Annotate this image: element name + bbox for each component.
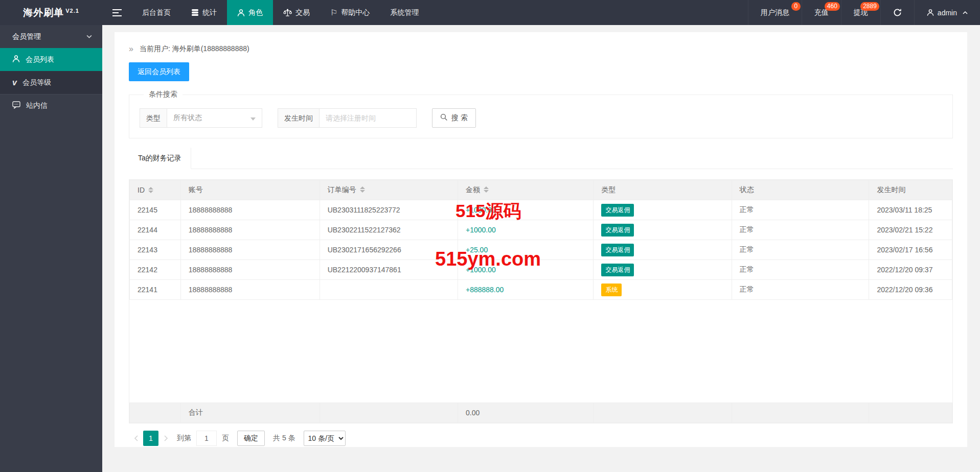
current-user-text: 当前用户: 海外刷单(18888888888) [140,44,249,54]
sidebar-item-member-list-label: 会员列表 [26,55,54,64]
table-header-row: ID 账号 订单编号 金额 类型 状态 发生时间 [130,180,952,200]
sort-icon[interactable] [484,186,489,193]
navbar-right: 用户消息 0 充值 460 提现 2889 admin [748,0,980,25]
admin-menu[interactable]: admin [914,0,980,25]
top-navbar: 海外刷单 V2.1 后台首页 统计 角色 交易 [0,0,980,25]
cell-id: 22145 [130,200,181,220]
search-form-row: 类型 所有状态 发生时间 搜 索 [140,108,942,128]
next-page-button[interactable] [158,431,173,446]
nav-item-trades[interactable]: 交易 [273,0,320,25]
nav-item-home[interactable]: 后台首页 [132,0,181,25]
sidebar-item-member-list[interactable]: 会员列表 [0,48,102,71]
app-logo: 海外刷单 V2.1 [0,0,102,25]
nav-item-user-messages[interactable]: 用户消息 0 [748,0,802,25]
cell-status: 正常 [732,220,869,240]
cell-order: UB2303111825223772 [320,200,458,220]
column-header-amount[interactable]: 金额 [458,180,593,200]
confirm-page-button[interactable]: 确定 [237,431,265,446]
table-row: 22141 18888888888 +888888.00 系统 正常 2022/… [130,280,952,300]
chevron-down-icon [86,33,92,41]
goto-page-input[interactable] [196,431,217,446]
nav-item-roles-label: 角色 [248,8,263,17]
type-badge: 交易返佣 [601,204,634,217]
nav-item-user-messages-label: 用户消息 [761,8,789,17]
type-select[interactable]: 所有状态 [167,108,262,128]
breadcrumb: » 当前用户: 海外刷单(18888888888) [129,44,953,54]
tab-financial-records[interactable]: Ta的财务记录 [129,148,191,169]
cell-time: 2022/12/20 09:36 [869,280,952,300]
sort-icon[interactable] [148,187,153,193]
nav-item-help[interactable]: ⚐ 帮助中心 [320,0,380,25]
type-badge: 交易返佣 [601,244,634,256]
refresh-button[interactable] [880,0,914,25]
pagination: 1 到第 页 确定 共 5 条 10 条/页 [129,431,953,446]
type-badge: 交易返佣 [601,224,634,237]
nav-item-system[interactable]: 系统管理 [380,0,429,25]
cell-order [320,280,458,300]
column-header-type: 类型 [594,180,732,200]
column-header-id[interactable]: ID [130,180,181,200]
recharge-badge: 460 [825,2,840,11]
cell-status: 正常 [732,240,869,260]
time-input[interactable] [320,108,417,128]
sort-icon[interactable] [360,186,365,193]
database-icon [191,9,199,16]
search-button[interactable]: 搜 索 [432,108,476,128]
cell-id: 22141 [130,280,181,300]
time-field-label: 发生时间 [278,108,320,128]
back-to-member-list-button[interactable]: 返回会员列表 [129,62,189,81]
sidebar-item-site-message-label: 站内信 [26,101,48,110]
per-page-select[interactable]: 10 条/页 [304,431,346,446]
refresh-icon [893,8,902,17]
nav-item-stats[interactable]: 统计 [181,0,227,25]
cell-time: 2023/02/21 15:22 [869,220,952,240]
cell-order: UB2302211522127362 [320,220,458,240]
goto-label: 到第 [177,434,191,443]
page-number-current[interactable]: 1 [143,431,158,446]
watermark-url: 515ym.com [435,248,541,270]
sidebar-item-site-message[interactable]: 站内信 [0,94,102,117]
cell-account: 18888888888 [180,240,320,260]
cell-status: 正常 [732,280,869,300]
app-version: V2.1 [65,8,79,14]
cell-amount: +888888.00 [458,280,593,300]
table-total-row: 合计 0.00 [130,403,952,423]
tab-bar: Ta的财务记录 [129,148,953,169]
level-v-icon: v [12,79,17,87]
financial-records-table: ID 账号 订单编号 金额 类型 状态 发生时间 22145 188888888… [129,179,953,423]
nav-item-withdraw[interactable]: 提现 2889 [841,0,880,25]
cell-account: 18888888888 [180,280,320,300]
content-card: » 当前用户: 海外刷单(18888888888) 返回会员列表 条件搜索 类型… [115,32,967,447]
prev-page-button[interactable] [129,431,143,446]
menu-toggle-button[interactable] [102,0,132,25]
message-icon [12,101,20,110]
total-amount: 0.00 [458,403,593,423]
nav-item-recharge[interactable]: 充值 460 [802,0,841,25]
nav-item-home-label: 后台首页 [142,8,171,17]
watermark-text: 515源码 [455,199,521,223]
table-empty-space [129,300,952,403]
cell-status: 正常 [732,260,869,280]
total-label: 合计 [180,403,320,423]
type-select-value: 所有状态 [173,113,202,123]
sidebar-group-member-management[interactable]: 会员管理 [0,25,102,48]
column-header-order-no[interactable]: 订单编号 [320,180,458,200]
user-messages-badge: 0 [791,2,801,11]
chevron-up-icon [963,10,968,15]
nav-item-roles[interactable]: 角色 [227,0,273,25]
admin-user-icon [927,9,934,16]
page-unit-label: 页 [222,434,229,443]
search-button-label: 搜 索 [451,113,468,123]
cell-id: 22144 [130,220,181,240]
sidebar: 会员管理 会员列表 v 会员等级 站内信 [0,25,102,472]
breadcrumb-arrow-icon: » [129,44,133,54]
search-icon [440,113,448,123]
cell-account: 18888888888 [180,220,320,240]
cell-time: 2022/12/20 09:37 [869,260,952,280]
nav-item-help-label: 帮助中心 [341,8,370,17]
cell-id: 22142 [130,260,181,280]
sidebar-item-member-level[interactable]: v 会员等级 [0,71,102,94]
nav-item-stats-label: 统计 [202,8,217,17]
type-field-label: 类型 [140,108,167,128]
cell-time: 2023/02/17 16:56 [869,240,952,260]
